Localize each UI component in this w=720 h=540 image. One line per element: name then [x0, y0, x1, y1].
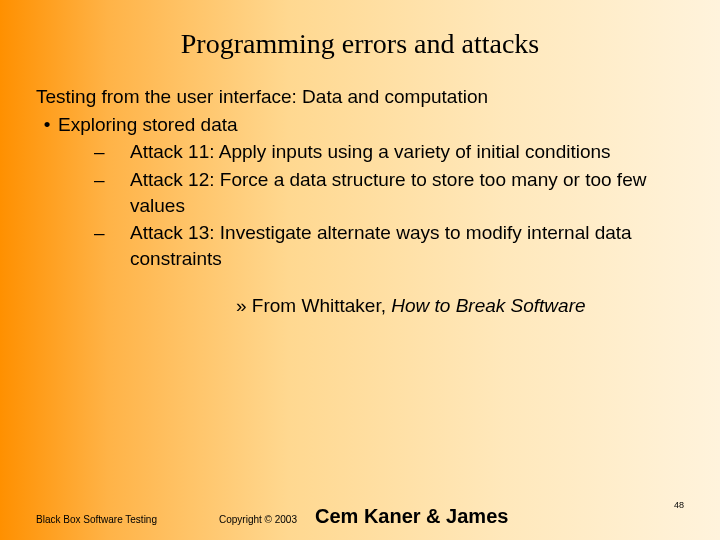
- bullet-text: Exploring stored data: [58, 112, 684, 138]
- attack-desc: Apply inputs using a variety of initial …: [219, 141, 611, 162]
- subtitle: Testing from the user interface: Data an…: [36, 84, 684, 110]
- footer-authors: Cem Kaner & James: [315, 505, 508, 528]
- citation: » From Whittaker, How to Break Software: [36, 293, 684, 319]
- bullet-mark: •: [36, 112, 58, 138]
- attack-item: – Attack 11: Apply inputs using a variet…: [94, 139, 684, 165]
- dash-icon: –: [94, 167, 130, 193]
- attack-text: Attack 11: Apply inputs using a variety …: [130, 139, 684, 165]
- attack-item: – Attack 13: Investigate alternate ways …: [94, 220, 684, 271]
- slide-title: Programming errors and attacks: [0, 0, 720, 60]
- dash-icon: –: [94, 220, 130, 246]
- footer-left: Black Box Software Testing: [36, 514, 157, 525]
- citation-prefix: »: [236, 295, 252, 316]
- dash-icon: –: [94, 139, 130, 165]
- attack-text: Attack 12: Force a data structure to sto…: [130, 167, 684, 218]
- attack-item: – Attack 12: Force a data structure to s…: [94, 167, 684, 218]
- citation-title: How to Break Software: [391, 295, 585, 316]
- footer-copyright: Copyright © 2003: [219, 514, 297, 525]
- attack-label: Attack 13:: [130, 222, 215, 243]
- attack-label: Attack 11:: [130, 141, 215, 162]
- citation-author: From Whittaker,: [252, 295, 391, 316]
- footer: Black Box Software Testing Copyright © 2…: [0, 505, 720, 528]
- attack-label: Attack 12:: [130, 169, 215, 190]
- bullet-item: • Exploring stored data: [36, 112, 684, 138]
- sub-bullet-list: – Attack 11: Apply inputs using a variet…: [36, 139, 684, 271]
- slide-content: Testing from the user interface: Data an…: [0, 60, 720, 319]
- attack-text: Attack 13: Investigate alternate ways to…: [130, 220, 684, 271]
